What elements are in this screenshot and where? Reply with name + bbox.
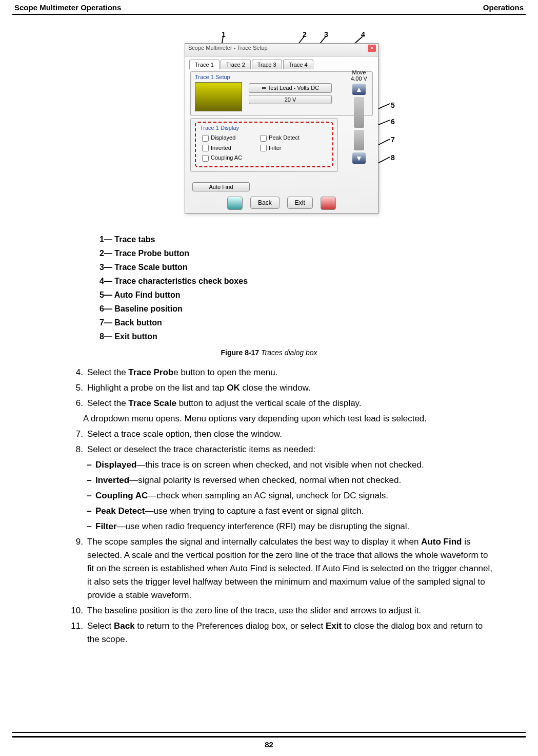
step-4: Select the Trace Probe button to open th… <box>87 366 277 379</box>
callout-2: 2 <box>303 30 307 38</box>
sub-inverted: Inverted—signal polarity is reversed whe… <box>95 474 401 487</box>
trace-characteristics-highlight: Trace 1 Display Displayed Inverted Coupl… <box>195 122 333 167</box>
step-8: Select or deselect the trace characteris… <box>87 443 315 456</box>
dialog-titlebar: Scope Multimeter - Trace Setup ✕ <box>185 44 378 56</box>
chk-displayed[interactable]: Displayed <box>200 133 256 143</box>
sub-peak: Peak Detect—use when trying to capture a… <box>95 505 364 518</box>
chk-peak-detect[interactable]: Peak Detect <box>258 133 300 143</box>
header-left: Scope Multimeter Operations <box>14 3 121 12</box>
back-arrow-icon[interactable] <box>227 197 243 210</box>
trace-thumbnail <box>195 82 242 111</box>
exit-arrow-icon[interactable] <box>321 197 336 210</box>
legend-8: 8— Exit button <box>99 329 526 343</box>
figure: 1 2 3 4 5 6 7 8 Scope Multimeter - Trace… <box>12 30 526 225</box>
legend-7: 7— Back button <box>99 316 526 329</box>
step-11: Select Back to return to the Preferences… <box>87 619 495 646</box>
step-6: Select the Trace Scale button to adjust … <box>87 397 362 410</box>
sub-filter: Filter—use when radio frequency interfer… <box>95 520 409 533</box>
trace-display-title: Trace 1 Display <box>200 125 328 131</box>
close-icon[interactable]: ✕ <box>368 45 376 52</box>
header-rule <box>12 14 526 15</box>
baseline-slider-2[interactable] <box>354 130 364 150</box>
callout-5: 5 <box>391 101 395 109</box>
move-label: Move <box>346 69 372 75</box>
callout-8: 8 <box>391 153 395 162</box>
header-right: Operations <box>483 3 524 12</box>
move-column: Move 4.00 V ▲ ▼ <box>346 69 372 166</box>
step-9: The scope samples the signal and interna… <box>87 535 495 602</box>
tab-trace2[interactable]: Trace 2 <box>221 60 251 69</box>
back-button[interactable]: Back <box>250 197 280 209</box>
legend-3: 3— Trace Scale button <box>99 260 526 274</box>
legend-2: 2— Trace Probe button <box>99 246 526 260</box>
trace-display-group: Trace 1 Display Displayed Inverted Coupl… <box>190 118 338 172</box>
legend-4: 4— Trace characteristics check boxes <box>99 274 526 288</box>
step-5: Highlight a probe on the list and tap OK… <box>87 381 311 395</box>
figure-caption: Figure 8-17 Traces dialog box <box>12 348 526 357</box>
tab-trace4[interactable]: Trace 4 <box>283 60 313 69</box>
move-value: 4.00 V <box>346 75 372 82</box>
legend-6: 6— Baseline position <box>99 302 526 316</box>
tab-trace1[interactable]: Trace 1 <box>189 60 220 69</box>
trace-scale-button[interactable]: 20 V <box>249 95 332 104</box>
chk-inverted[interactable]: Inverted <box>200 143 256 153</box>
figure-legend: 1— Trace tabs 2— Trace Probe button 3— T… <box>99 232 526 343</box>
move-down-icon[interactable]: ▼ <box>352 152 366 164</box>
step-6-note: A dropdown menu opens. Menu options vary… <box>83 412 495 425</box>
sub-displayed: Displayed—this trace is on screen when c… <box>95 458 424 472</box>
callout-3: 3 <box>324 30 328 38</box>
trace-setup-dialog: Scope Multimeter - Trace Setup ✕ Trace 1… <box>185 43 378 214</box>
move-up-icon[interactable]: ▲ <box>352 84 366 95</box>
callout-6: 6 <box>391 118 395 126</box>
auto-find-button[interactable]: Auto Find <box>192 182 250 191</box>
callout-1: 1 <box>222 30 226 38</box>
page-number: 82 <box>0 740 538 749</box>
steps-list: 4.Select the Trace Probe button to open … <box>64 366 495 646</box>
step-7: Select a trace scale option, then close … <box>87 428 282 441</box>
exit-button[interactable]: Exit <box>287 197 313 209</box>
trace-setup-group: Trace 1 Setup ⇔ Test Lead - Volts DC 20 … <box>190 71 373 116</box>
sub-coupling: Coupling AC—check when sampling an AC si… <box>95 489 388 502</box>
legend-5: 5— Auto Find button <box>99 288 526 302</box>
callout-7: 7 <box>391 135 395 144</box>
trace-probe-button[interactable]: ⇔ Test Lead - Volts DC <box>249 83 332 93</box>
chk-filter[interactable]: Filter <box>258 143 300 153</box>
footer-rule <box>12 732 526 738</box>
chk-coupling-ac[interactable]: Coupling AC <box>200 153 256 163</box>
callout-4: 4 <box>361 30 365 38</box>
baseline-slider[interactable] <box>354 97 364 128</box>
dialog-title-text: Scope Multimeter - Trace Setup <box>188 45 268 51</box>
legend-1: 1— Trace tabs <box>99 232 526 246</box>
trace-setup-title: Trace 1 Setup <box>195 74 368 80</box>
tab-trace3[interactable]: Trace 3 <box>252 60 282 69</box>
step-10: The baseline position is the zero line o… <box>87 604 421 617</box>
